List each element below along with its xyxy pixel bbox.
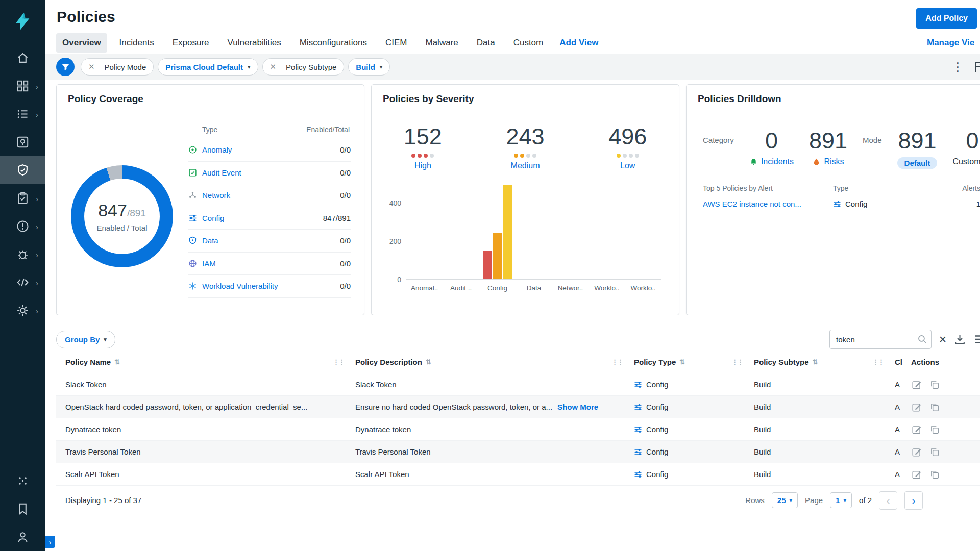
tab-exposure[interactable]: Exposure: [166, 33, 215, 53]
actions-cell: [904, 396, 980, 418]
coverage-type-link[interactable]: Config: [202, 214, 224, 222]
clone-policy-icon[interactable]: [929, 402, 940, 412]
sidebar-item-compliance[interactable]: ›: [0, 184, 45, 212]
rows-per-page-select[interactable]: 25▾: [772, 492, 798, 508]
sidebar-item-home[interactable]: [0, 44, 45, 72]
add-policy-button[interactable]: Add Policy: [916, 8, 977, 29]
search-input[interactable]: [829, 330, 932, 349]
severity-label-link[interactable]: Low: [620, 161, 635, 170]
manage-views-link[interactable]: Manage Vie: [927, 38, 980, 48]
sidebar-item-alerts[interactable]: ›: [0, 212, 45, 240]
column-header-policy-name[interactable]: Policy Name⇅⋮⋮: [56, 350, 348, 373]
clone-policy-icon[interactable]: [929, 380, 940, 390]
coverage-type-link[interactable]: Audit Event: [202, 168, 241, 177]
coverage-type-link[interactable]: Anomaly: [202, 145, 232, 154]
sidebar-item-saved-views[interactable]: [0, 495, 45, 523]
column-settings-icon[interactable]: [973, 333, 980, 346]
clone-policy-icon[interactable]: [929, 447, 940, 457]
add-view-link[interactable]: Add View: [559, 38, 598, 48]
sidebar-item-dashboards[interactable]: ›: [0, 72, 45, 100]
default-mode-toggle[interactable]: Default: [897, 157, 938, 169]
severity-label-link[interactable]: High: [414, 161, 431, 170]
sort-icon[interactable]: ⇅: [114, 358, 120, 366]
tab-incidents[interactable]: Incidents: [113, 33, 160, 53]
sort-icon[interactable]: ⇅: [679, 358, 685, 366]
sidebar-item-settings[interactable]: ›: [0, 296, 45, 324]
sidebar-item-discovery[interactable]: [0, 128, 45, 156]
coverage-type-link[interactable]: Network: [202, 191, 230, 199]
column-drag-handle[interactable]: ⋮⋮: [611, 358, 623, 366]
filter-value-build[interactable]: Build▾: [348, 58, 390, 76]
sidebar-item-inventory[interactable]: ›: [0, 100, 45, 128]
clone-policy-icon[interactable]: [929, 424, 940, 435]
incidents-link[interactable]: Incidents: [749, 157, 794, 166]
edit-policy-icon[interactable]: [912, 424, 922, 435]
policy-subtype-cell: Build: [747, 380, 888, 389]
coverage-row: IAM0/0: [188, 253, 351, 276]
prisma-cloud-logo[interactable]: [0, 0, 45, 44]
coverage-type-link[interactable]: Data: [202, 236, 218, 245]
tab-custom[interactable]: Custom: [507, 33, 550, 53]
clone-policy-icon[interactable]: [929, 469, 940, 480]
clear-search-icon[interactable]: ✕: [939, 334, 947, 345]
bar-low[interactable]: [503, 185, 512, 280]
filter-chips: ✕Policy ModePrisma Cloud Default▾✕Policy…: [81, 58, 390, 76]
save-filter-icon[interactable]: [973, 60, 980, 73]
edit-policy-icon[interactable]: [912, 447, 922, 457]
tab-misconfigurations[interactable]: Misconfigurations: [293, 33, 373, 53]
toolbar-right: ✕: [829, 330, 980, 349]
sort-icon[interactable]: ⇅: [813, 358, 818, 366]
sidebar-collapse-button[interactable]: ›: [45, 536, 55, 548]
tab-ciem[interactable]: CIEM: [379, 33, 413, 53]
chevron-down-icon: ▾: [790, 497, 793, 504]
column-header-policy-type[interactable]: Policy Type⇅⋮⋮: [627, 350, 747, 373]
default-mode-stat: 891 Default: [897, 128, 938, 169]
tab-vulnerabilities[interactable]: Vulnerabilities: [221, 33, 287, 53]
top-policy-link[interactable]: AWS EC2 instance not con...: [703, 199, 833, 208]
sidebar-item-vulnerabilities[interactable]: ›: [0, 240, 45, 268]
bar-high[interactable]: [483, 251, 492, 280]
tab-overview[interactable]: Overview: [56, 33, 107, 53]
custom-mode-toggle[interactable]: Custom: [952, 157, 980, 166]
coverage-value: 847/891: [323, 214, 351, 222]
severity-label-link[interactable]: Medium: [511, 161, 540, 170]
page-select[interactable]: 1▾: [830, 492, 852, 508]
coverage-type-link[interactable]: IAM: [202, 259, 216, 268]
dashboards-icon: [16, 80, 29, 92]
policy-subtype-cell: Build: [747, 403, 888, 411]
tab-malware[interactable]: Malware: [419, 33, 464, 53]
sidebar-item-profile[interactable]: [0, 523, 45, 551]
download-icon[interactable]: [954, 334, 966, 345]
policy-description-cell: Ensure no hard coded OpenStack password,…: [348, 403, 627, 411]
next-page-button[interactable]: ›: [904, 491, 923, 510]
bar-medium[interactable]: [493, 233, 502, 280]
sidebar-item-more[interactable]: [0, 467, 45, 495]
chevron-right-icon: ›: [36, 82, 38, 90]
sort-icon[interactable]: ⇅: [426, 358, 431, 366]
filter-icon[interactable]: [56, 58, 75, 76]
column-drag-handle[interactable]: ⋮⋮: [872, 358, 884, 366]
previous-page-button[interactable]: ‹: [879, 491, 897, 510]
sidebar-item-governance[interactable]: [0, 156, 45, 184]
coverage-type-link[interactable]: Workload Vulnerability: [202, 282, 278, 290]
chart-column-networ: [552, 184, 589, 280]
severity-dot: [520, 154, 524, 158]
iam-type-icon: [188, 259, 197, 268]
column-header-policy-description[interactable]: Policy Description⇅⋮⋮: [348, 350, 627, 373]
sidebar-item-application-security[interactable]: ›: [0, 268, 45, 296]
filter-value-prisma-cloud-default[interactable]: Prisma Cloud Default▾: [158, 58, 258, 76]
tab-data[interactable]: Data: [471, 33, 501, 53]
group-by-button[interactable]: Group By▾: [56, 331, 115, 348]
column-drag-handle[interactable]: ⋮⋮: [333, 358, 344, 366]
edit-policy-icon[interactable]: [912, 380, 922, 390]
remove-filter-icon[interactable]: ✕: [270, 62, 277, 71]
remove-filter-icon[interactable]: ✕: [88, 62, 95, 71]
kebab-menu-icon[interactable]: ⋮: [952, 61, 964, 73]
column-drag-handle[interactable]: ⋮⋮: [731, 358, 743, 366]
column-header-policy-subtype[interactable]: Policy Subtype⇅⋮⋮: [747, 350, 888, 373]
chart-gridline: 200: [406, 241, 662, 241]
show-more-link[interactable]: Show More: [557, 403, 598, 411]
edit-policy-icon[interactable]: [912, 402, 922, 412]
risks-link[interactable]: Risks: [812, 157, 844, 166]
edit-policy-icon[interactable]: [912, 469, 922, 480]
